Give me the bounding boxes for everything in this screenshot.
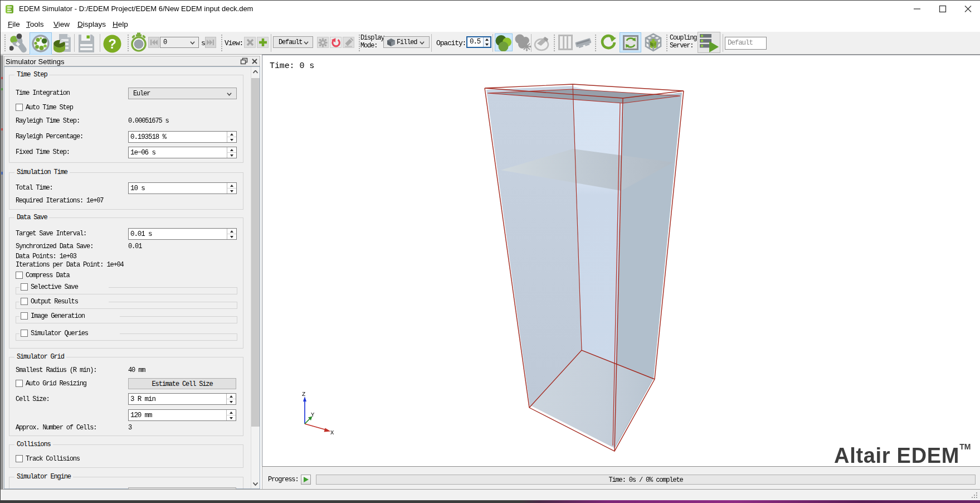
svg-text:Z: Z [302,391,305,398]
svg-text:Y: Y [311,412,315,418]
svg-text:?: ? [108,36,116,51]
svg-text:X: X [330,429,334,436]
